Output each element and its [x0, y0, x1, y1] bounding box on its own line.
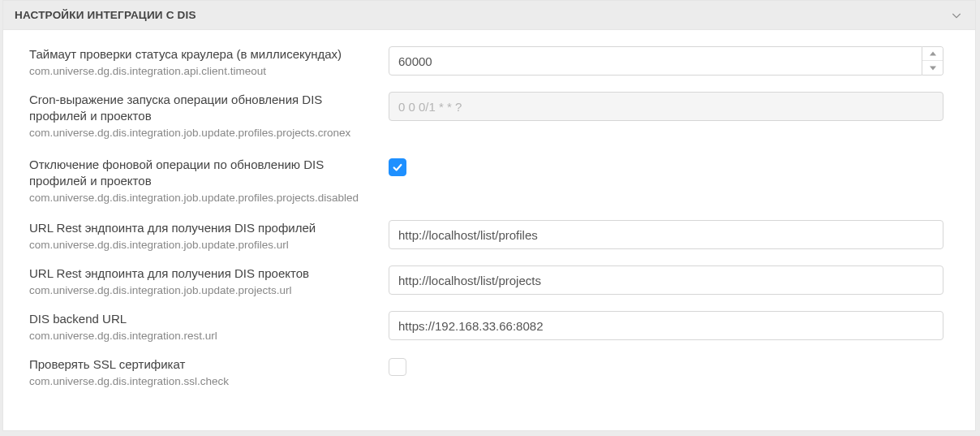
control-col: [389, 92, 961, 121]
caret-down-icon: [930, 66, 936, 71]
row-profiles-url: URL Rest эндпоинта для получения DIS про…: [29, 220, 961, 253]
row-ssl-check: Проверять SSL сертификат com.universe.dg…: [29, 356, 961, 389]
control-col: [389, 265, 961, 295]
projects-url-input[interactable]: [389, 265, 943, 295]
field-label: URL Rest эндпоинта для получения DIS про…: [29, 220, 377, 236]
field-key: com.universe.dg.dis.integration.job.upda…: [29, 191, 377, 205]
settings-panel: НАСТРОЙКИ ИНТЕГРАЦИИ С DIS Таймаут прове…: [2, 0, 976, 431]
control-col: [389, 311, 961, 340]
number-spinner: [922, 46, 943, 76]
chevron-down-icon: [950, 9, 963, 22]
label-col: Таймаут проверки статуса краулера (в мил…: [29, 46, 389, 79]
row-cron: Cron-выражение запуска операции обновлен…: [29, 92, 961, 140]
row-timeout: Таймаут проверки статуса краулера (в мил…: [29, 46, 961, 79]
row-projects-url: URL Rest эндпоинта для получения DIS про…: [29, 265, 961, 298]
cron-input[interactable]: [389, 92, 943, 121]
field-key: com.universe.dg.dis.integration.job.upda…: [29, 238, 377, 253]
label-col: DIS backend URL com.universe.dg.dis.inte…: [29, 311, 389, 343]
panel-title: НАСТРОЙКИ ИНТЕГРАЦИИ С DIS: [15, 9, 196, 21]
disable-job-checkbox[interactable]: [389, 158, 406, 176]
control-col: [389, 157, 961, 176]
label-col: Cron-выражение запуска операции обновлен…: [29, 92, 389, 140]
field-key: com.universe.dg.dis.integration.rest.url: [29, 329, 377, 343]
control-col: [389, 46, 961, 76]
field-key: com.universe.dg.dis.integration.api.clie…: [29, 64, 377, 79]
number-input-wrapper: [389, 46, 943, 76]
control-col: [389, 356, 961, 378]
field-label: Отключение фоновой операции по обновлени…: [29, 157, 377, 189]
spin-down-button[interactable]: [922, 61, 943, 75]
panel-body: Таймаут проверки статуса краулера (в мил…: [3, 30, 975, 410]
field-key: com.universe.dg.dis.integration.job.upda…: [29, 126, 377, 140]
backend-url-input[interactable]: [389, 311, 943, 340]
row-backend-url: DIS backend URL com.universe.dg.dis.inte…: [29, 311, 961, 343]
spin-up-button[interactable]: [922, 47, 943, 61]
collapse-toggle[interactable]: [949, 8, 964, 23]
field-label: Проверять SSL сертификат: [29, 356, 377, 373]
field-label: DIS backend URL: [29, 311, 377, 327]
field-label: Таймаут проверки статуса краулера (в мил…: [29, 46, 377, 63]
field-key: com.universe.dg.dis.integration.job.upda…: [29, 283, 377, 298]
field-label: URL Rest эндпоинта для получения DIS про…: [29, 265, 377, 282]
profiles-url-input[interactable]: [389, 220, 943, 249]
caret-up-icon: [930, 51, 936, 56]
label-col: URL Rest эндпоинта для получения DIS про…: [29, 220, 389, 253]
field-key: com.universe.dg.dis.integration.ssl.chec…: [29, 374, 377, 389]
label-col: URL Rest эндпоинта для получения DIS про…: [29, 265, 389, 298]
label-col: Отключение фоновой операции по обновлени…: [29, 157, 389, 205]
panel-header: НАСТРОЙКИ ИНТЕГРАЦИИ С DIS: [3, 1, 975, 30]
timeout-input[interactable]: [389, 46, 922, 76]
check-icon: [392, 162, 403, 173]
row-disable-job: Отключение фоновой операции по обновлени…: [29, 157, 961, 205]
control-col: [389, 220, 961, 249]
ssl-check-checkbox[interactable]: [389, 358, 406, 376]
field-label: Cron-выражение запуска операции обновлен…: [29, 92, 377, 124]
label-col: Проверять SSL сертификат com.universe.dg…: [29, 356, 389, 389]
